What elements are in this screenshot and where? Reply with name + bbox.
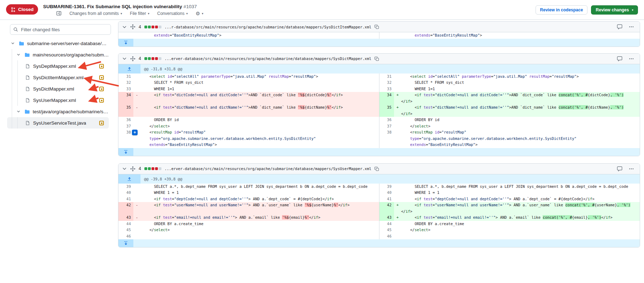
line-number[interactable]: 44 — [118, 221, 133, 227]
kebab-menu-icon[interactable] — [629, 166, 634, 172]
line-number[interactable]: 33 — [379, 86, 394, 92]
hunk-header: @@ -31,8 +31,8 @@ — [118, 64, 640, 74]
add-comment-plus-button[interactable]: + — [132, 130, 138, 135]
tree-indent-guide — [17, 117, 18, 129]
drag-handle-icon[interactable] — [130, 166, 135, 172]
filter-changed-files-input[interactable] — [10, 24, 111, 35]
tree-file-SysDeptMapper.xml[interactable]: SysDeptMapper.xml — [7, 60, 109, 72]
tree-folder-test-java-org-apache-submarine-s-[interactable]: test/java/org/apache/submarine/s… — [7, 106, 109, 117]
line-number[interactable]: 41 — [118, 196, 133, 202]
tree-item-label: SysDictItemMapper.xml — [33, 75, 84, 80]
kebab-menu-icon[interactable] — [629, 56, 634, 61]
line-number[interactable]: 45 — [118, 227, 133, 233]
status-badge: Closed — [6, 4, 38, 15]
chevron-down-icon[interactable] — [16, 109, 21, 114]
toolbar-menu-file-filter[interactable]: File filter▾ — [130, 11, 149, 16]
line-number[interactable]: 38 — [118, 129, 133, 148]
tree-file-SysUserMapper.xml[interactable]: SysUserMapper.xml — [7, 94, 109, 106]
diff-row: 42- <if test="userName!=null and userNam… — [118, 202, 640, 214]
diffstat-square-add — [144, 167, 147, 170]
line-number[interactable]: 32 — [379, 80, 394, 86]
line-number[interactable]: 45 — [379, 227, 394, 233]
code-line: WHERE 1 = 1 — [140, 190, 379, 196]
review-changes-button[interactable]: Review changes▾ — [591, 5, 638, 15]
comment-icon[interactable] — [617, 24, 622, 29]
line-number[interactable]: 46 — [379, 233, 394, 240]
comment-icon[interactable] — [617, 56, 622, 61]
file-modified-icon — [99, 87, 104, 91]
expand-up-button[interactable] — [118, 174, 140, 184]
line-number[interactable]: 31 — [379, 74, 394, 80]
toolbar-menu-changes-from-all-commits[interactable]: Changes from all commits▾ — [69, 11, 122, 16]
expand-down-button[interactable] — [118, 148, 133, 156]
line-number[interactable]: 42 — [118, 202, 133, 214]
file-header-SysUserMapper.xml: 4...erver-database/src/main/resources/or… — [118, 164, 640, 174]
diff-settings-gear[interactable]: ⚙▾ — [196, 11, 203, 16]
diff-marker — [394, 221, 401, 227]
diffstat-square-neutral — [159, 167, 161, 170]
drag-handle-icon[interactable] — [130, 24, 135, 29]
tree-folder-main-resources-org-apache-subm-[interactable]: main/resources/org/apache/subm… — [7, 49, 109, 60]
line-number[interactable]: 37 — [118, 123, 133, 130]
file-diff-panel-SysDictMapper.xml: 4...erver-database/src/main/resources/or… — [118, 53, 640, 156]
expand-down-button[interactable] — [118, 39, 133, 47]
line-number[interactable]: 34 — [118, 92, 133, 104]
line-number[interactable]: 33 — [118, 86, 133, 92]
line-number[interactable]: 36 — [118, 117, 133, 123]
drag-handle-icon[interactable] — [130, 56, 135, 61]
tree-file-SysUserServiceTest.java[interactable]: SysUserServiceTest.java — [7, 117, 109, 129]
line-number[interactable]: 35 — [118, 104, 133, 117]
line-number[interactable]: 42 — [379, 202, 394, 214]
sidebar-toggle-icon[interactable] — [56, 11, 62, 16]
line-number[interactable] — [118, 32, 133, 39]
caret-down-icon: ▾ — [186, 12, 188, 15]
tree-file-SysDictItemMapper.xml[interactable]: SysDictItemMapper.xml — [7, 72, 109, 83]
line-number[interactable] — [379, 32, 394, 39]
code-line: SELECT a.*, b.dept_name FROM sys_user a … — [140, 184, 379, 190]
line-number[interactable]: 36 — [379, 117, 394, 123]
line-number[interactable]: 43 — [379, 214, 394, 221]
copy-path-icon[interactable] — [374, 56, 379, 61]
pr-closed-icon — [11, 7, 16, 12]
collapse-file-chevron-icon[interactable] — [122, 166, 127, 171]
comment-icon[interactable] — [617, 166, 622, 172]
collapse-file-chevron-icon[interactable] — [122, 56, 127, 61]
line-number[interactable]: 38 — [379, 129, 394, 148]
tree-indent-guide — [12, 49, 12, 129]
file-header-SysDictMapper.xml: 4...erver-database/src/main/resources/or… — [118, 54, 640, 64]
code-line: ORDER BY a.create_time — [401, 221, 640, 227]
diffstat-squares — [144, 57, 161, 60]
line-number[interactable]: 44 — [379, 221, 394, 227]
toolbar-menu-label: Changes from all commits — [69, 11, 119, 16]
copy-path-icon[interactable] — [374, 167, 379, 171]
line-number[interactable]: 40 — [118, 190, 133, 196]
expand-up-button[interactable] — [118, 64, 140, 74]
line-number[interactable]: 39 — [118, 184, 133, 190]
chevron-down-icon[interactable] — [10, 41, 16, 45]
line-number[interactable]: 37 — [379, 123, 394, 130]
kebab-menu-icon[interactable] — [629, 24, 634, 29]
line-number[interactable]: 31 — [118, 74, 133, 80]
copy-path-icon[interactable] — [374, 25, 379, 29]
line-number[interactable]: 34 — [379, 92, 394, 104]
line-number[interactable]: 32 — [118, 80, 133, 86]
code-line: </select> — [401, 227, 640, 233]
line-number[interactable]: 43 — [118, 214, 133, 221]
code-line: <if test="userName!=null and userName!='… — [140, 202, 379, 214]
diffstat-square-add — [144, 26, 147, 28]
tree-file-SysDictMapper.xml[interactable]: SysDictMapper.xml — [7, 83, 109, 94]
collapse-file-chevron-icon[interactable] — [122, 25, 127, 29]
diff-row: 4646 — [118, 233, 640, 240]
toolbar-menu-conversations[interactable]: Conversations▾ — [157, 11, 188, 16]
line-number[interactable]: 35 — [379, 104, 394, 117]
file-modified-icon — [99, 75, 104, 80]
review-in-codespace-button[interactable]: Review in codespace — [536, 5, 588, 15]
chevron-down-icon[interactable] — [16, 53, 21, 57]
tree-folder-submarine-server-server-database-[interactable]: submarine-server/server-database/… — [7, 38, 109, 49]
line-number[interactable]: 40 — [379, 190, 394, 196]
line-number[interactable]: 46 — [118, 233, 133, 240]
line-number[interactable]: 41 — [379, 196, 394, 202]
line-number[interactable]: 39 — [379, 184, 394, 190]
expand-down-button[interactable] — [118, 239, 133, 247]
code-line: SELECT * FROM sys_dict — [401, 80, 640, 86]
